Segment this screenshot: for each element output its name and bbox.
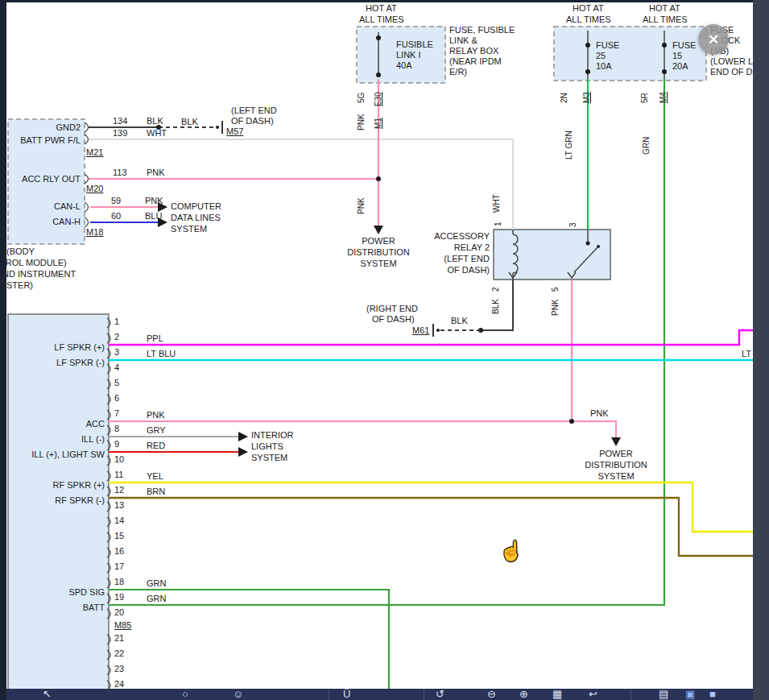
panel-icon[interactable]: ▤ <box>659 689 668 700</box>
connector-link-m85[interactable]: M85 <box>114 620 131 631</box>
junction-dot <box>436 329 440 332</box>
close-icon: ✕ <box>708 31 719 48</box>
zoom-in-icon[interactable]: ⊕ <box>519 689 528 700</box>
junction-dot <box>156 125 161 130</box>
shape-circle-icon[interactable]: ○ <box>182 689 188 700</box>
symbol-dot <box>585 69 590 74</box>
refresh-icon[interactable]: ↺ <box>436 689 444 700</box>
fusible-link-box <box>357 27 445 83</box>
toolbar-separator <box>424 690 424 700</box>
scrollbar-track[interactable] <box>753 0 769 700</box>
connector-link-m18[interactable]: M18 <box>86 227 103 238</box>
arrow-down <box>374 226 383 234</box>
connector-link-m61[interactable]: M61 <box>412 325 429 336</box>
user-icon[interactable]: ☺ <box>233 689 243 700</box>
connector-link-m57[interactable]: M57 <box>226 126 243 137</box>
bcm-pin-arcs <box>85 122 89 227</box>
junction-dot <box>569 419 574 424</box>
back-icon[interactable]: ↩ <box>589 689 597 700</box>
diagram-canvas[interactable] <box>0 0 769 700</box>
arrow-right <box>158 217 167 227</box>
arrow-right <box>238 432 248 441</box>
junction-dot <box>376 176 381 181</box>
accessory-relay-box <box>494 230 610 280</box>
connector-link-m1[interactable]: M1 <box>374 118 382 129</box>
radio-connector-box <box>8 314 109 700</box>
wire-rf-spkr-neg-brn <box>109 498 759 556</box>
symbol-dot <box>662 69 667 74</box>
arrow-right <box>158 202 167 212</box>
symbol-dot <box>376 72 381 77</box>
symbol-dot <box>376 35 381 40</box>
layers-icon[interactable]: ▣ <box>685 689 695 700</box>
arrow-down <box>611 437 621 446</box>
wire-acc-pnk <box>109 421 616 438</box>
wire-rf-spkr-pos-yel <box>109 483 759 532</box>
window-left-edge <box>0 0 6 700</box>
toolbar-separator <box>329 690 329 700</box>
fuse-block-box <box>554 27 706 81</box>
text-tool-icon[interactable]: Ü <box>343 689 350 700</box>
close-button[interactable]: ✕ <box>698 24 729 55</box>
relay-contact-dot <box>586 242 590 246</box>
wire-batt-grn <box>109 79 664 605</box>
wire-relay2-blk <box>481 280 513 330</box>
arrow-right <box>238 447 248 457</box>
symbol-dot <box>662 43 667 48</box>
connector-link-e30[interactable]: E30 <box>374 92 382 106</box>
pointer-icon[interactable]: ↖ <box>43 689 52 700</box>
junction-dot <box>216 126 219 129</box>
connector-link-m3[interactable]: M3 <box>582 92 591 103</box>
viewer-toolbar: ↖ ○ ☺ Ü ↺ ⊖ ⊕ ▦ ↩ ▤ ▣ ■ <box>6 689 753 700</box>
connector-link-m21[interactable]: M21 <box>86 147 103 158</box>
grid-icon[interactable]: ▦ <box>552 689 562 700</box>
window-top-edge <box>0 0 769 2</box>
wiring-diagram-viewer: HOT AT ALL TIMES HOT AT ALL TIMES HOT AT… <box>0 0 769 700</box>
connector-link-m20[interactable]: M20 <box>86 184 103 194</box>
connector-link-m4[interactable]: M4 <box>659 92 668 103</box>
zoom-out-icon[interactable]: ⊖ <box>487 689 496 700</box>
mouse-cursor-hand: ☝ <box>499 540 523 562</box>
wire-batt-wht <box>89 139 513 230</box>
swatch-icon[interactable]: ■ <box>709 689 716 700</box>
bcm-connector-box <box>8 119 85 244</box>
toolbar-separator <box>630 690 631 700</box>
symbol-dot <box>585 43 590 48</box>
